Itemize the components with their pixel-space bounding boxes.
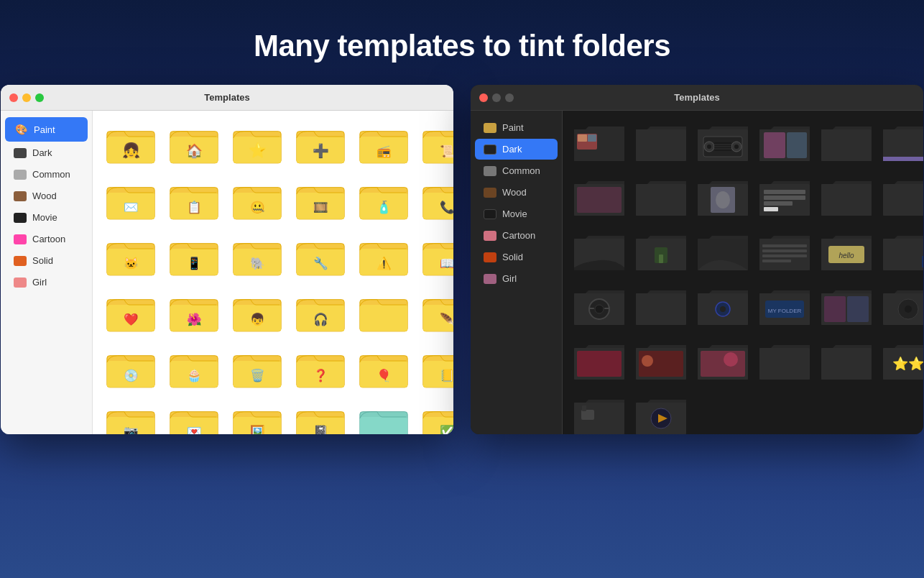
- sidebar-item-movie-dark[interactable]: Movie: [475, 203, 558, 224]
- dark-folder-20[interactable]: [633, 283, 689, 332]
- paint-folder-11[interactable]: 🧴: [354, 175, 413, 227]
- dark-folder-28[interactable]: [757, 338, 813, 387]
- paint-folder-12[interactable]: 📞: [417, 175, 453, 227]
- paint-folder-18[interactable]: 📖: [417, 231, 453, 283]
- paint-folder-13[interactable]: 🐱: [101, 231, 160, 283]
- paint-folder-21[interactable]: 👦: [228, 288, 287, 339]
- maximize-button-dark[interactable]: [505, 93, 514, 102]
- dark-folder-4[interactable]: [757, 119, 813, 168]
- window-body-light: 🎨 Paint Dark Common Wood Movie: [1, 111, 453, 434]
- paint-folder-35[interactable]: [354, 400, 413, 434]
- paint-folder-6[interactable]: 📜: [417, 119, 453, 171]
- paint-folder-34[interactable]: 📓: [291, 400, 350, 434]
- close-button-light[interactable]: [9, 93, 18, 102]
- dark-icon-light: [14, 148, 27, 158]
- sidebar-item-girl-dark[interactable]: Girl: [475, 268, 558, 289]
- paint-folder-22[interactable]: 🎧: [291, 288, 350, 339]
- dark-folder-12[interactable]: [880, 174, 923, 223]
- sidebar-item-wood-dark[interactable]: Wood: [475, 182, 558, 203]
- minimize-button-dark[interactable]: [492, 93, 501, 102]
- dark-folder-19[interactable]: [571, 283, 627, 332]
- dark-folder-3[interactable]: [695, 119, 751, 168]
- sidebar-item-solid-light[interactable]: Solid: [5, 250, 88, 271]
- paint-folder-19[interactable]: ❤️: [101, 288, 160, 339]
- dark-folder-29[interactable]: [818, 338, 874, 387]
- paint-folder-20[interactable]: 🌺: [165, 288, 223, 339]
- dark-folder-16[interactable]: [757, 229, 813, 277]
- paint-folder-9[interactable]: 🤐: [228, 175, 287, 227]
- svg-rect-134: [764, 190, 805, 194]
- sidebar-item-common-dark[interactable]: Common: [475, 160, 558, 181]
- dark-folder-7[interactable]: [571, 174, 627, 223]
- paint-folder-36[interactable]: ✅: [417, 400, 453, 434]
- svg-rect-158: [588, 308, 594, 309]
- dark-folder-2[interactable]: [633, 119, 689, 168]
- paint-folder-26[interactable]: 🧁: [165, 344, 223, 395]
- paint-folder-25[interactable]: 💿: [101, 344, 160, 395]
- svg-text:hello: hello: [838, 252, 854, 260]
- dark-folder-22[interactable]: MY FOLDER: [757, 283, 813, 332]
- sidebar-item-girl-light[interactable]: Girl: [5, 272, 88, 293]
- dark-folder-5[interactable]: [818, 119, 874, 168]
- dark-folder-18[interactable]: [880, 229, 923, 277]
- paint-folder-27[interactable]: 🗑️: [228, 344, 287, 395]
- dark-folder-6[interactable]: [880, 119, 923, 168]
- paint-folder-16[interactable]: 🔧: [291, 231, 350, 283]
- minimize-button-light[interactable]: [22, 93, 31, 102]
- paint-folder-30[interactable]: 📒: [417, 344, 453, 395]
- paint-folder-32[interactable]: 💌: [165, 400, 223, 434]
- sidebar-item-movie-light[interactable]: Movie: [5, 207, 88, 228]
- paint-folder-14[interactable]: 📱: [165, 231, 223, 283]
- maximize-button-light[interactable]: [35, 93, 44, 102]
- content-light[interactable]: 👧 🏠 ⭐ ➕ 📻 📜 ✉️ 📋 🤐 🎞️ 🧴 📞 🐱 📱: [93, 111, 453, 434]
- sidebar-item-common-light[interactable]: Common: [5, 164, 88, 185]
- svg-text:💿: 💿: [124, 368, 139, 383]
- paint-folder-24[interactable]: 🪶: [417, 288, 453, 339]
- paint-folder-10[interactable]: 🎞️: [291, 175, 350, 227]
- paint-folder-17[interactable]: ⚠️: [354, 231, 413, 283]
- paint-folder-1[interactable]: 👧: [101, 119, 160, 171]
- dark-folder-23[interactable]: [818, 283, 874, 332]
- paint-folder-7[interactable]: ✉️: [101, 175, 160, 227]
- paint-folder-8[interactable]: 📋: [165, 175, 223, 227]
- dark-folder-15[interactable]: [695, 229, 751, 277]
- paint-folder-15[interactable]: 🐘: [228, 231, 287, 283]
- dark-folder-21[interactable]: [695, 283, 751, 332]
- sidebar-item-cartoon-dark[interactable]: Cartoon: [475, 225, 558, 246]
- dark-folder-25[interactable]: [571, 338, 627, 387]
- close-button-dark[interactable]: [479, 93, 488, 102]
- sidebar-item-paint-light[interactable]: 🎨 Paint: [5, 117, 88, 142]
- dark-folder-24[interactable]: [880, 283, 923, 332]
- paint-folder-31[interactable]: 📷: [101, 400, 160, 434]
- dark-folder-9[interactable]: [695, 174, 751, 223]
- paint-folder-33[interactable]: 🖼️: [228, 400, 287, 434]
- sidebar-item-cartoon-light[interactable]: Cartoon: [5, 229, 88, 249]
- dark-folder-31[interactable]: [571, 393, 627, 434]
- dark-folder-32[interactable]: [633, 393, 689, 434]
- dark-folder-26[interactable]: [633, 338, 689, 387]
- paint-folder-23[interactable]: [354, 288, 413, 339]
- content-dark[interactable]: hello: [563, 111, 923, 434]
- dark-folder-14[interactable]: [633, 229, 689, 277]
- dark-folder-27[interactable]: [695, 338, 751, 387]
- dark-folder-30[interactable]: ⭐⭐: [880, 338, 923, 387]
- girl-icon-light: [14, 277, 27, 288]
- sidebar-item-wood-light[interactable]: Wood: [5, 185, 88, 206]
- dark-folder-8[interactable]: [633, 174, 689, 223]
- dark-folder-1[interactable]: [571, 119, 627, 168]
- paint-folder-5[interactable]: 📻: [354, 119, 413, 171]
- paint-folder-29[interactable]: 🎈: [354, 344, 413, 395]
- paint-folder-2[interactable]: 🏠: [165, 119, 223, 171]
- paint-folder-3[interactable]: ⭐: [228, 119, 287, 171]
- svg-text:MY FOLDER: MY FOLDER: [768, 308, 802, 314]
- dark-folder-13[interactable]: [571, 229, 627, 277]
- dark-folder-17[interactable]: hello: [818, 229, 874, 277]
- sidebar-item-dark-dark[interactable]: Dark: [475, 139, 558, 160]
- dark-folder-11[interactable]: [818, 174, 874, 223]
- sidebar-item-dark-light[interactable]: Dark: [5, 142, 88, 163]
- paint-folder-4[interactable]: ➕: [291, 119, 350, 171]
- dark-folder-10[interactable]: [757, 174, 813, 223]
- sidebar-item-solid-dark[interactable]: Solid: [475, 247, 558, 267]
- paint-folder-28[interactable]: ❓: [291, 344, 350, 395]
- sidebar-item-paint-dark[interactable]: Paint: [475, 117, 558, 138]
